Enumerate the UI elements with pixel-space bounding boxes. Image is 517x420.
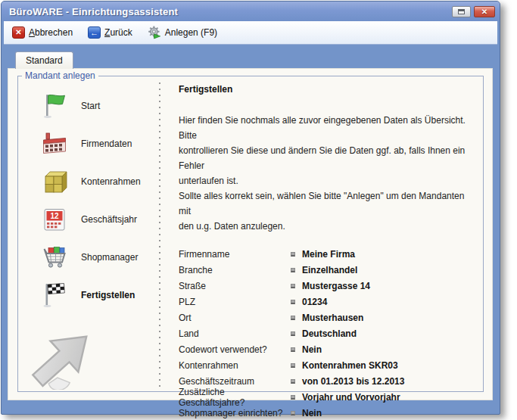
summary-value: Mustergasse 14 bbox=[302, 281, 370, 291]
bullet-icon bbox=[291, 331, 295, 336]
summary-value: von 01.2013 bis 12.2013 bbox=[302, 376, 404, 387]
summary-row: BrancheEinzelhandel bbox=[179, 262, 475, 278]
summary-label: PLZ bbox=[179, 297, 291, 307]
wizard-step-firmendaten[interactable]: Firmendaten bbox=[26, 125, 154, 163]
wizard-step-label: Fertigstellen bbox=[81, 290, 135, 300]
cancel-button[interactable]: ✕ Abbrechen bbox=[12, 26, 73, 39]
restore-window-button[interactable] bbox=[452, 6, 471, 17]
summary-panel: Fertigstellen Hier finden Sie nochmals a… bbox=[179, 84, 475, 387]
create-label: Anlegen (F9) bbox=[165, 27, 217, 38]
wizard-step-label: Geschäftsjahr bbox=[81, 214, 137, 225]
summary-label: Ort bbox=[179, 313, 291, 323]
summary-label: Shopmanager einrichten? bbox=[179, 408, 291, 418]
summary-value: Kontenrahmen SKR03 bbox=[302, 360, 398, 371]
bullet-icon bbox=[291, 252, 295, 257]
tab-page: Mandant anlegen Start bbox=[8, 68, 493, 400]
factory-icon bbox=[39, 129, 70, 159]
summary-row: Zusätzliche Geschäftsjahre?Vorjahr und V… bbox=[179, 389, 475, 405]
summary-row: Shopmanager einrichten?Nein bbox=[179, 405, 475, 420]
summary-value: 01234 bbox=[302, 297, 327, 307]
page-title: Fertigstellen bbox=[179, 84, 475, 95]
summary-list: FirmennameMeine Firma BrancheEinzelhande… bbox=[179, 246, 475, 420]
cancel-label: Abbrechen bbox=[29, 27, 73, 38]
intro-text: Hier finden Sie nochmals alle zuvor eing… bbox=[179, 113, 475, 234]
restore-window-icon bbox=[458, 9, 465, 14]
bullet-icon bbox=[291, 284, 295, 288]
create-button[interactable]: Anlegen (F9) bbox=[148, 26, 217, 39]
create-gear-icon bbox=[148, 26, 161, 39]
titlebar: BüroWARE - Einrichtungsassistent ✕ bbox=[2, 2, 500, 21]
close-window-button[interactable]: ✕ bbox=[474, 6, 495, 17]
bullet-icon bbox=[291, 268, 295, 272]
wizard-step-fertigstellen[interactable]: Fertigstellen bbox=[26, 276, 154, 314]
summary-row: PLZ01234 bbox=[179, 294, 475, 310]
gold-boxes-icon bbox=[39, 166, 70, 197]
wizard-window: BüroWARE - Einrichtungsassistent ✕ ✕ Abb… bbox=[1, 1, 500, 415]
groupbox-mandant-anlegen: Mandant anlegen Start bbox=[17, 76, 484, 392]
bullet-icon bbox=[291, 395, 295, 400]
window-controls: ✕ bbox=[452, 6, 495, 17]
calendar-icon: 12 bbox=[39, 204, 70, 235]
summary-value: Deutschland bbox=[302, 328, 357, 339]
toolbar: ✕ Abbrechen ← Zurück bbox=[4, 21, 497, 45]
summary-row: OrtMusterhausen bbox=[179, 310, 475, 325]
cancel-icon: ✕ bbox=[12, 26, 25, 39]
summary-label: Land bbox=[179, 328, 291, 339]
wizard-step-kontenrahmen[interactable]: Kontenrahmen bbox=[26, 163, 154, 201]
wizard-step-shopmanager[interactable]: Shopmanager bbox=[26, 238, 154, 276]
summary-value: Einzelhandel bbox=[302, 265, 357, 275]
summary-row: KontenrahmenKontenrahmen SKR03 bbox=[179, 357, 475, 373]
bullet-icon bbox=[291, 300, 295, 304]
wizard-step-label: Firmendaten bbox=[81, 138, 132, 149]
dotted-separator bbox=[159, 82, 160, 387]
checkered-flag-icon bbox=[39, 280, 70, 310]
summary-label: Codewort verwendet? bbox=[179, 344, 291, 355]
summary-value: Nein bbox=[302, 408, 322, 418]
svg-text:12: 12 bbox=[50, 212, 59, 220]
window-title: BüroWARE - Einrichtungsassistent bbox=[9, 6, 452, 17]
summary-value: Musterhausen bbox=[302, 313, 363, 323]
summary-label: Straße bbox=[179, 281, 291, 291]
bullet-icon bbox=[291, 316, 295, 320]
wizard-step-label: Shopmanager bbox=[81, 252, 138, 263]
desktop: BüroWARE - Einrichtungsassistent ✕ ✕ Abb… bbox=[0, 0, 517, 420]
summary-label: Branche bbox=[179, 265, 291, 275]
summary-label: Kontenrahmen bbox=[179, 360, 291, 371]
summary-row: Codewort verwendet?Nein bbox=[179, 341, 475, 357]
green-flag-icon bbox=[39, 91, 70, 121]
summary-row: LandDeutschland bbox=[179, 325, 475, 341]
wizard-step-start[interactable]: Start bbox=[26, 87, 154, 125]
bullet-icon bbox=[291, 379, 295, 384]
summary-value: Vorjahr und Vorvorjahr bbox=[302, 392, 400, 403]
bullet-icon bbox=[291, 347, 295, 352]
back-arrow-icon: ← bbox=[88, 26, 101, 39]
wizard-step-geschaeftsjahr[interactable]: 12 Geschäftsjahr bbox=[26, 201, 154, 238]
back-button[interactable]: ← Zurück bbox=[88, 26, 132, 39]
groupbox-label: Mandant anlegen bbox=[22, 70, 98, 81]
summary-label: Firmenname bbox=[179, 249, 291, 260]
summary-label: Geschäftszeitraum bbox=[179, 376, 291, 387]
summary-label: Zusätzliche Geschäftsjahre? bbox=[179, 387, 291, 408]
bullet-icon bbox=[291, 363, 295, 368]
tab-standard[interactable]: Standard bbox=[15, 51, 73, 69]
summary-row: StraßeMustergasse 14 bbox=[179, 278, 475, 294]
summary-value: Meine Firma bbox=[302, 249, 355, 260]
wizard-step-label: Start bbox=[81, 101, 100, 111]
back-label: Zurück bbox=[104, 27, 132, 38]
summary-row: FirmennameMeine Firma bbox=[179, 246, 475, 262]
bullet-icon bbox=[291, 411, 295, 415]
wizard-step-label: Kontenrahmen bbox=[81, 176, 141, 187]
arrow-watermark-image bbox=[20, 316, 109, 387]
summary-value: Nein bbox=[302, 344, 322, 355]
shopping-cart-icon bbox=[39, 242, 70, 272]
wizard-step-list: Start bbox=[26, 87, 154, 314]
